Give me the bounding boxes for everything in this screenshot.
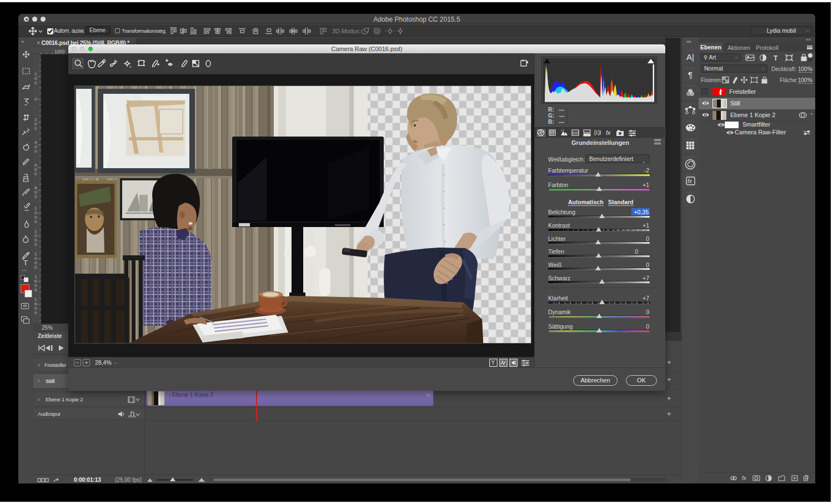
svg-text:T: T — [774, 54, 778, 62]
svg-text:fx: fx — [688, 178, 693, 184]
svg-text:Y: Y — [491, 360, 495, 366]
svg-text:o: o — [129, 65, 132, 68]
svg-text:fx: fx — [742, 475, 747, 481]
svg-text:3D-Modus:: 3D-Modus: — [332, 28, 360, 34]
svg-text:T: T — [23, 259, 28, 266]
svg-text:fx: fx — [606, 129, 611, 136]
